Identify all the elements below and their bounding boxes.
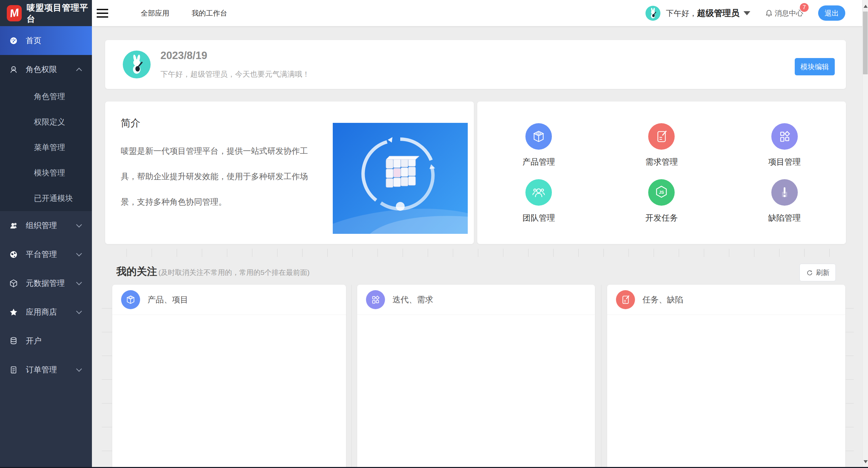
module-requirement-management[interactable]: 需求管理	[645, 123, 678, 179]
rabbit-mascot-icon	[647, 7, 659, 19]
dashboard-icon	[9, 36, 18, 45]
sidebar-item-label: 首页	[26, 35, 41, 46]
module-product-management[interactable]: 产品管理	[522, 123, 555, 179]
module-defect-management[interactable]: 缺陷管理	[768, 179, 801, 235]
module-label: 团队管理	[522, 212, 555, 223]
header: 全部应用 我的工作台 下午好，超级管理员 消息中心 7 退出	[92, 0, 868, 26]
refresh-button[interactable]: 刷新	[799, 264, 836, 281]
doc-edit-icon	[648, 123, 675, 150]
username: 超级管理员	[697, 8, 739, 18]
team-people-icon	[525, 179, 552, 206]
chevron-down-icon	[76, 222, 82, 227]
sidebar-item-app-store[interactable]: 应用商店	[0, 298, 92, 326]
intro-card: 简介 唛盟是新一代项目管理平台，提供一站式研发协作工具，帮助企业提升研发效能，使…	[105, 101, 474, 244]
follow-card-header: 任务、缺陷	[607, 285, 845, 315]
follow-card-header: 产品、项目	[112, 285, 346, 315]
module-edit-button[interactable]: 模块编辑	[795, 58, 835, 75]
logout-button[interactable]: 退出	[818, 5, 845, 21]
bell-icon	[765, 9, 773, 18]
chevron-down-icon	[76, 366, 82, 372]
follow-note: (及时取消关注不常用的，常用的5个排在最前面)	[158, 268, 310, 277]
globe-icon	[9, 250, 18, 259]
sidebar-item-label: 订单管理	[26, 364, 57, 375]
follow-title: 我的关注	[116, 265, 157, 279]
sidebar-item-home[interactable]: 首页	[0, 26, 92, 55]
grid-line	[601, 285, 601, 468]
hamburger-menu-icon[interactable]	[97, 9, 108, 18]
chevron-down-icon	[76, 250, 82, 256]
sidebar-item-label: 元数据管理	[26, 278, 65, 288]
message-center-label: 消息中心	[775, 8, 803, 18]
sidebar-item-organization[interactable]: 组织管理	[0, 211, 92, 240]
product-cube-icon	[121, 290, 140, 309]
follow-card-label: 产品、项目	[148, 294, 188, 305]
main-content: 2023/8/19 下午好，超级管理员，今天也要元气满满哦！ 模块编辑 简介 唛…	[92, 26, 862, 468]
database-icon	[9, 336, 18, 346]
welcome-message: 下午好，超级管理员，今天也要元气满满哦！	[160, 69, 310, 79]
svg-text:JS: JS	[659, 190, 664, 195]
follow-card-label: 任务、缺陷	[642, 294, 683, 305]
user-avatar[interactable]	[645, 6, 660, 21]
modules-grid: 产品管理 需求管理 项目管理	[477, 101, 846, 244]
module-label: 项目管理	[768, 156, 801, 167]
cube-outline-icon	[9, 279, 18, 288]
organization-icon	[9, 221, 18, 230]
user-menu[interactable]: 下午好，超级管理员	[666, 7, 739, 19]
sidebar-item-open-account[interactable]: 开户	[0, 326, 92, 355]
scroll-down-button[interactable]	[864, 460, 868, 463]
logo-block: M 唛盟项目管理平台	[0, 0, 92, 26]
module-team-management[interactable]: 团队管理	[522, 179, 555, 235]
app-title: 唛盟项目管理平台	[26, 2, 92, 24]
date-text: 2023/8/19	[160, 50, 207, 62]
exclamation-icon	[771, 179, 798, 206]
sidebar-item-platform[interactable]: 平台管理	[0, 240, 92, 269]
logo-letter: M	[9, 6, 20, 20]
refresh-label: 刷新	[816, 268, 830, 277]
follow-card-products-projects[interactable]: 产品、项目	[112, 285, 346, 468]
module-project-management[interactable]: 项目管理	[768, 123, 801, 179]
grid-ticks	[846, 285, 854, 468]
tab-all-apps[interactable]: 全部应用	[141, 8, 169, 18]
greeting-text: 下午好，	[666, 9, 697, 18]
sidebar-item-module-management[interactable]: 模块管理	[0, 160, 92, 186]
sidebar-item-opened-modules[interactable]: 已开通模块	[0, 186, 92, 211]
vertical-scrollbar[interactable]	[862, 0, 868, 468]
follow-card-tasks-defects[interactable]: 任务、缺陷	[607, 285, 845, 468]
order-document-icon	[9, 365, 18, 375]
module-dev-tasks[interactable]: JS 开发任务	[645, 179, 678, 235]
follow-header: 我的关注 (及时取消关注不常用的，常用的5个排在最前面)	[116, 265, 310, 279]
follow-card-header: 迭代、需求	[357, 285, 595, 315]
message-center[interactable]: 消息中心 7	[765, 8, 803, 18]
role-icon	[9, 65, 18, 74]
module-label: 产品管理	[522, 156, 555, 167]
scroll-up-button[interactable]	[864, 5, 868, 8]
star-icon	[9, 307, 18, 317]
sidebar-item-orders[interactable]: 订单管理	[0, 355, 92, 384]
intro-title: 简介	[121, 116, 140, 130]
tab-my-workbench[interactable]: 我的工作台	[192, 8, 227, 18]
welcome-card: 2023/8/19 下午好，超级管理员，今天也要元气满满哦！ 模块编辑	[105, 40, 846, 89]
grid-ticks	[102, 249, 852, 257]
grid-diamond-icon	[771, 123, 798, 150]
follow-card-iterations-requirements[interactable]: 迭代、需求	[357, 285, 595, 468]
sidebar-item-label: 平台管理	[26, 249, 57, 260]
grid-line	[351, 285, 352, 468]
grid-ticks	[102, 285, 112, 468]
rabbit-mascot-icon	[126, 54, 147, 75]
product-cube-icon	[525, 123, 552, 150]
sidebar-item-label: 组织管理	[26, 220, 57, 231]
module-label: 缺陷管理	[768, 212, 801, 223]
sidebar-item-menu-management[interactable]: 菜单管理	[0, 135, 92, 160]
message-badge: 7	[800, 3, 809, 12]
user-dropdown-caret-icon[interactable]	[744, 11, 750, 15]
sidebar-item-role-permissions[interactable]: 角色权限	[0, 55, 92, 84]
sidebar-item-permission-definition[interactable]: 权限定义	[0, 109, 92, 135]
sidebar-item-role-management[interactable]: 角色管理	[0, 84, 92, 109]
intro-illustration	[333, 123, 468, 234]
sidebar-item-label: 角色权限	[26, 64, 57, 75]
scroll-thumb[interactable]	[863, 12, 868, 74]
module-label: 开发任务	[645, 212, 678, 223]
header-right: 下午好，超级管理员 消息中心 7 退出	[645, 5, 845, 21]
chevron-down-icon	[76, 308, 82, 314]
sidebar-item-metadata[interactable]: 元数据管理	[0, 269, 92, 298]
